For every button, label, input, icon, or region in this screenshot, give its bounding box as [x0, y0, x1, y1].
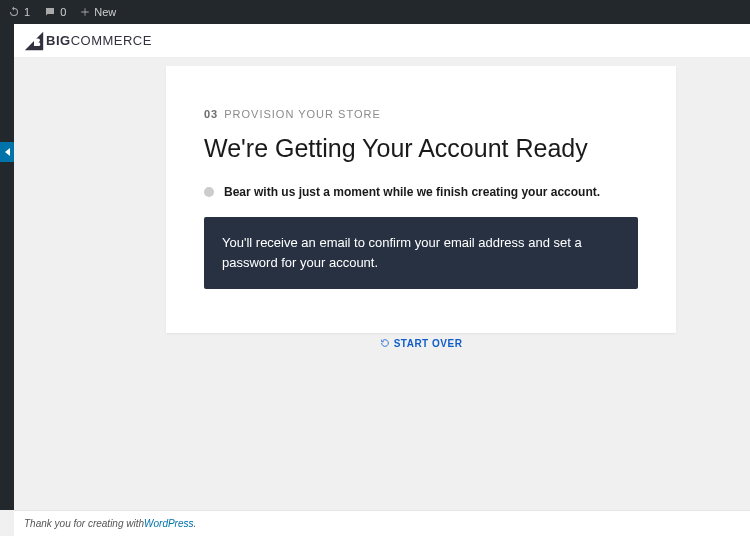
wp-admin-bar: 1 0 New: [0, 0, 750, 24]
start-over-label: START OVER: [394, 338, 463, 349]
brand-name: BIGCOMMERCE: [46, 33, 152, 48]
footer-suffix: .: [194, 518, 197, 529]
new-label: New: [94, 6, 116, 18]
step-name: PROVISION YOUR STORE: [224, 108, 381, 120]
comment-icon: [44, 6, 56, 18]
comments-count: 0: [60, 6, 66, 18]
info-message: You'll receive an email to confirm your …: [204, 217, 638, 289]
page-title: We're Getting Your Account Ready: [204, 134, 638, 163]
provision-card: 03PROVISION YOUR STORE We're Getting You…: [166, 66, 676, 333]
restart-icon: [380, 338, 390, 348]
footer-bar: Thank you for creating with WordPress .: [14, 510, 750, 536]
spinner-icon: [204, 187, 214, 197]
header-bar: BIGCOMMERCE: [14, 24, 750, 58]
status-row: Bear with us just a moment while we fini…: [204, 185, 638, 199]
start-over-link[interactable]: START OVER: [380, 338, 463, 349]
adminbar-new[interactable]: New: [80, 6, 116, 18]
adminbar-updates[interactable]: 1: [8, 6, 30, 18]
wp-sidebar-collapsed: [0, 24, 14, 510]
sidebar-expand-toggle[interactable]: [0, 142, 14, 162]
brand-logo: BIGCOMMERCE: [24, 31, 152, 51]
content-area: 03PROVISION YOUR STORE We're Getting You…: [14, 58, 750, 510]
updates-count: 1: [24, 6, 30, 18]
plus-icon: [80, 7, 90, 17]
refresh-icon: [8, 6, 20, 18]
step-number: 03: [204, 108, 218, 120]
start-over-row: START OVER: [166, 324, 676, 352]
adminbar-comments[interactable]: 0: [44, 6, 66, 18]
bigcommerce-mark-icon: [24, 31, 44, 51]
footer-prefix: Thank you for creating with: [24, 518, 144, 529]
step-label: 03PROVISION YOUR STORE: [204, 108, 638, 120]
footer-wordpress-link[interactable]: WordPress: [144, 518, 193, 529]
status-text: Bear with us just a moment while we fini…: [224, 185, 600, 199]
